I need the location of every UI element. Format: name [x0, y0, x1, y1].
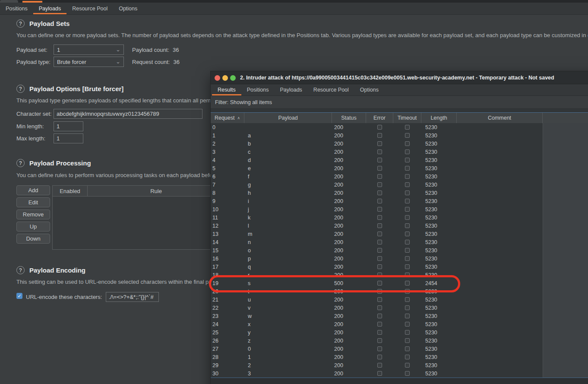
table-row[interactable]: 3c2005230 [211, 148, 588, 156]
column-header-error[interactable]: Error [366, 113, 393, 123]
tab-options[interactable]: Options [113, 3, 143, 14]
table-row[interactable]: 19s5002454 [211, 279, 588, 287]
row-filler [543, 238, 588, 246]
error-checkbox [377, 338, 382, 343]
table-row[interactable]: 17q2005230 [211, 263, 588, 271]
table-row[interactable]: 23w2005230 [211, 312, 588, 320]
cell-timeout [393, 238, 421, 246]
tab-positions[interactable]: Positions [0, 3, 33, 14]
table-row[interactable]: 16p2005230 [211, 254, 588, 263]
cell-payload: q [244, 263, 332, 271]
url-encode-checkbox[interactable]: ✓ [16, 293, 22, 299]
cell-timeout [393, 279, 421, 287]
table-row[interactable]: 7g2005230 [211, 181, 588, 189]
cell-comment [457, 295, 543, 304]
table-row[interactable]: 21u2005230 [211, 295, 588, 304]
cell-payload: o [244, 246, 332, 254]
table-row[interactable]: 12l2005230 [211, 222, 588, 230]
url-encode-characters-input[interactable] [106, 292, 159, 302]
tab-results[interactable]: Results [212, 84, 241, 95]
table-row[interactable]: 22v2005230 [211, 304, 588, 312]
table-row[interactable]: 20t2005230 [211, 287, 588, 295]
tab-positions[interactable]: Positions [241, 84, 275, 95]
cell-status: 200 [332, 189, 366, 197]
cell-request: 14 [211, 238, 244, 246]
help-icon[interactable]: ? [16, 85, 25, 93]
add-button[interactable]: Add [16, 185, 50, 195]
attack-window-titlebar[interactable]: 2. Intruder attack of https://0a99005003… [211, 71, 588, 84]
table-row[interactable]: 5e2005230 [211, 164, 588, 172]
table-row[interactable]: 13m2005230 [211, 230, 588, 238]
cell-request: 11 [211, 213, 244, 222]
table-row[interactable]: 26z2005230 [211, 336, 588, 345]
tab-options[interactable]: Options [354, 84, 384, 95]
cell-comment [457, 287, 543, 295]
column-header-timeout[interactable]: Timeout [393, 113, 421, 123]
tab-payloads[interactable]: Payloads [33, 3, 66, 14]
column-header-payload[interactable]: Payload [244, 113, 332, 123]
column-header-length[interactable]: Length [421, 113, 457, 123]
cell-length: 2454 [421, 279, 457, 287]
table-row[interactable]: 18r2005230 [211, 271, 588, 279]
cell-timeout [393, 205, 421, 213]
timeout-checkbox [405, 289, 410, 294]
help-icon[interactable]: ? [16, 159, 25, 167]
table-row[interactable]: 1a2005230 [211, 131, 588, 140]
table-row[interactable]: 3032005230 [211, 369, 588, 378]
cell-request: 15 [211, 246, 244, 254]
tab-resource-pool[interactable]: Resource Pool [308, 84, 354, 95]
table-row[interactable]: 2922005230 [211, 361, 588, 369]
cell-payload: y [244, 328, 332, 336]
cell-status: 200 [332, 369, 366, 378]
table-row[interactable]: 9i2005230 [211, 197, 588, 205]
timeout-checkbox [405, 338, 410, 343]
edit-button[interactable]: Edit [16, 197, 50, 207]
character-set-input[interactable] [54, 109, 202, 119]
cell-payload: 0 [244, 345, 332, 353]
cell-status: 200 [332, 336, 366, 345]
remove-button[interactable]: Remove [16, 209, 50, 219]
timeout-checkbox [405, 297, 410, 302]
table-row[interactable]: 2702005230 [211, 345, 588, 353]
timeout-checkbox [405, 314, 410, 318]
timeout-checkbox [405, 133, 410, 138]
max-length-input[interactable] [54, 133, 83, 143]
table-row[interactable]: 02005230 [211, 123, 588, 131]
table-row[interactable]: 14n2005230 [211, 238, 588, 246]
zoom-button[interactable] [230, 75, 236, 81]
filter-bar[interactable]: Filter: Showing all items [211, 96, 588, 109]
table-row[interactable]: 2812005230 [211, 353, 588, 361]
tab-resource-pool[interactable]: Resource Pool [66, 3, 113, 14]
up-button[interactable]: Up [16, 222, 50, 232]
cell-payload: i [244, 197, 332, 205]
help-icon[interactable]: ? [16, 266, 25, 274]
timeout-checkbox [405, 330, 410, 335]
column-header-request[interactable]: Request∧ [211, 113, 244, 123]
timeout-checkbox [405, 355, 410, 359]
column-header-comment[interactable]: Comment [457, 113, 543, 123]
table-row[interactable]: 8h2005230 [211, 189, 588, 197]
timeout-checkbox [405, 149, 410, 154]
help-icon[interactable]: ? [16, 19, 25, 28]
table-row[interactable]: 24x2005230 [211, 320, 588, 328]
payload-set-dropdown[interactable]: 1 ⌄ [54, 44, 124, 55]
down-button[interactable]: Down [16, 234, 50, 244]
payload-type-value: Brute forcer [57, 59, 86, 65]
table-row[interactable]: 15o2005230 [211, 246, 588, 254]
minimize-button[interactable] [222, 75, 228, 81]
table-row[interactable]: 4d2005230 [211, 156, 588, 164]
table-row[interactable]: 11k2005230 [211, 213, 588, 222]
tab-payloads[interactable]: Payloads [274, 84, 307, 95]
cell-comment [457, 164, 543, 172]
table-row[interactable]: 6f2005230 [211, 172, 588, 181]
table-row[interactable]: 10j2005230 [211, 205, 588, 213]
timeout-checkbox [405, 207, 410, 212]
section-title-payload-options: Payload Options [Brute forcer] [29, 85, 123, 92]
min-length-input[interactable] [54, 121, 83, 131]
payload-type-dropdown[interactable]: Brute forcer ⌄ [54, 57, 124, 67]
cell-payload: e [244, 164, 332, 172]
column-header-status[interactable]: Status [332, 113, 366, 123]
table-row[interactable]: 2b2005230 [211, 140, 588, 148]
close-button[interactable] [215, 75, 220, 81]
table-row[interactable]: 25y2005230 [211, 328, 588, 336]
